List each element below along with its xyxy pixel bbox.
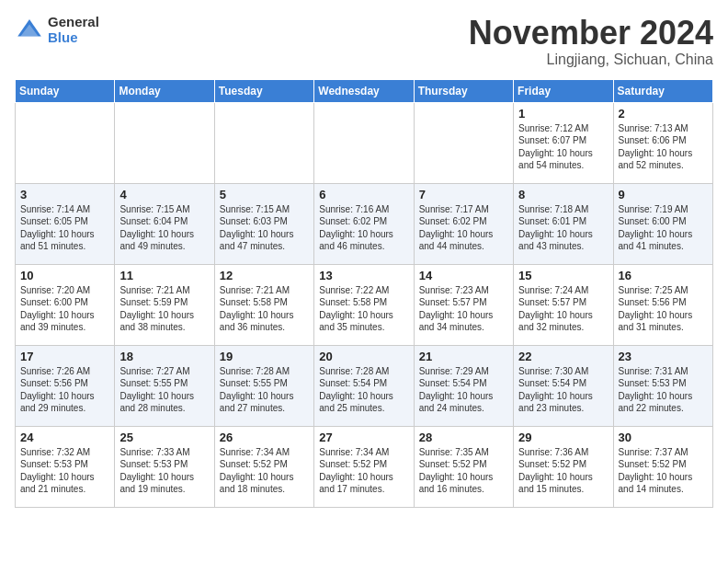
calendar-cell: 10Sunrise: 7:20 AM Sunset: 6:00 PM Dayli… (16, 264, 115, 345)
week-row-4: 17Sunrise: 7:26 AM Sunset: 5:56 PM Dayli… (16, 345, 713, 426)
calendar-cell: 2Sunrise: 7:13 AM Sunset: 6:06 PM Daylig… (613, 102, 712, 183)
calendar-cell (214, 102, 313, 183)
calendar-cell: 30Sunrise: 7:37 AM Sunset: 5:52 PM Dayli… (613, 426, 712, 507)
day-info: Sunrise: 7:35 AM Sunset: 5:52 PM Dayligh… (419, 446, 508, 496)
day-info: Sunrise: 7:21 AM Sunset: 5:59 PM Dayligh… (119, 284, 209, 334)
day-info: Sunrise: 7:23 AM Sunset: 5:57 PM Dayligh… (419, 284, 508, 334)
day-info: Sunrise: 7:27 AM Sunset: 5:55 PM Dayligh… (119, 365, 209, 415)
day-info: Sunrise: 7:12 AM Sunset: 6:07 PM Dayligh… (518, 122, 608, 172)
weekday-header-thursday: Thursday (414, 79, 513, 102)
day-number: 28 (419, 431, 508, 444)
day-info: Sunrise: 7:14 AM Sunset: 6:05 PM Dayligh… (20, 203, 109, 253)
calendar-cell: 21Sunrise: 7:29 AM Sunset: 5:54 PM Dayli… (414, 345, 513, 426)
day-number: 15 (518, 269, 608, 282)
day-info: Sunrise: 7:22 AM Sunset: 5:58 PM Dayligh… (319, 284, 408, 334)
week-row-1: 1Sunrise: 7:12 AM Sunset: 6:07 PM Daylig… (16, 102, 713, 183)
calendar-cell (414, 102, 513, 183)
day-info: Sunrise: 7:28 AM Sunset: 5:55 PM Dayligh… (220, 365, 309, 415)
week-row-5: 24Sunrise: 7:32 AM Sunset: 5:53 PM Dayli… (16, 426, 713, 507)
day-number: 19 (220, 350, 309, 363)
weekday-header-sunday: Sunday (16, 79, 115, 102)
day-info: Sunrise: 7:20 AM Sunset: 6:00 PM Dayligh… (20, 284, 109, 334)
day-number: 8 (518, 188, 608, 201)
day-number: 14 (419, 269, 508, 282)
day-info: Sunrise: 7:28 AM Sunset: 5:54 PM Dayligh… (319, 365, 408, 415)
day-number: 26 (220, 431, 309, 444)
calendar-cell: 27Sunrise: 7:34 AM Sunset: 5:52 PM Dayli… (314, 426, 414, 507)
day-number: 17 (20, 350, 109, 363)
title-block: November 2024 Lingjiang, Sichuan, China (469, 15, 713, 68)
day-info: Sunrise: 7:34 AM Sunset: 5:52 PM Dayligh… (319, 446, 408, 496)
calendar-cell: 24Sunrise: 7:32 AM Sunset: 5:53 PM Dayli… (16, 426, 115, 507)
day-number: 22 (518, 350, 608, 363)
calendar-cell: 16Sunrise: 7:25 AM Sunset: 5:56 PM Dayli… (613, 264, 712, 345)
weekday-header-wednesday: Wednesday (314, 79, 414, 102)
day-number: 9 (619, 188, 708, 201)
calendar-cell: 11Sunrise: 7:21 AM Sunset: 5:59 PM Dayli… (115, 264, 214, 345)
day-info: Sunrise: 7:30 AM Sunset: 5:54 PM Dayligh… (518, 365, 608, 415)
day-info: Sunrise: 7:15 AM Sunset: 6:04 PM Dayligh… (119, 203, 209, 253)
day-info: Sunrise: 7:13 AM Sunset: 6:06 PM Dayligh… (619, 122, 708, 172)
day-number: 11 (119, 269, 209, 282)
day-number: 5 (220, 188, 309, 201)
calendar-cell: 15Sunrise: 7:24 AM Sunset: 5:57 PM Dayli… (514, 264, 613, 345)
weekday-header-friday: Friday (514, 79, 613, 102)
calendar-cell: 4Sunrise: 7:15 AM Sunset: 6:04 PM Daylig… (115, 183, 214, 264)
calendar-cell: 1Sunrise: 7:12 AM Sunset: 6:07 PM Daylig… (514, 102, 613, 183)
calendar-cell: 5Sunrise: 7:15 AM Sunset: 6:03 PM Daylig… (214, 183, 313, 264)
calendar-cell: 8Sunrise: 7:18 AM Sunset: 6:01 PM Daylig… (514, 183, 613, 264)
day-number: 1 (518, 107, 608, 121)
day-number: 21 (419, 350, 508, 363)
calendar-cell: 19Sunrise: 7:28 AM Sunset: 5:55 PM Dayli… (214, 345, 313, 426)
calendar-cell: 26Sunrise: 7:34 AM Sunset: 5:52 PM Dayli… (214, 426, 313, 507)
day-number: 7 (419, 188, 508, 201)
calendar-cell: 22Sunrise: 7:30 AM Sunset: 5:54 PM Dayli… (514, 345, 613, 426)
day-number: 27 (319, 431, 408, 444)
calendar-cell: 18Sunrise: 7:27 AM Sunset: 5:55 PM Dayli… (115, 345, 214, 426)
page-header: General Blue November 2024 Lingjiang, Si… (15, 15, 713, 68)
day-number: 18 (119, 350, 209, 363)
calendar-cell: 23Sunrise: 7:31 AM Sunset: 5:53 PM Dayli… (613, 345, 712, 426)
day-number: 24 (20, 431, 109, 444)
calendar-cell: 12Sunrise: 7:21 AM Sunset: 5:58 PM Dayli… (214, 264, 313, 345)
day-info: Sunrise: 7:25 AM Sunset: 5:56 PM Dayligh… (619, 284, 708, 334)
day-number: 29 (518, 431, 608, 444)
day-info: Sunrise: 7:37 AM Sunset: 5:52 PM Dayligh… (619, 446, 708, 496)
day-info: Sunrise: 7:32 AM Sunset: 5:53 PM Dayligh… (20, 446, 109, 496)
logo-icon (15, 16, 44, 45)
location: Lingjiang, Sichuan, China (469, 52, 713, 68)
month-title: November 2024 (469, 15, 713, 52)
day-info: Sunrise: 7:17 AM Sunset: 6:02 PM Dayligh… (419, 203, 508, 253)
logo-blue: Blue (48, 30, 99, 46)
day-number: 25 (119, 431, 209, 444)
day-number: 10 (20, 269, 109, 282)
day-number: 6 (319, 188, 408, 201)
day-info: Sunrise: 7:15 AM Sunset: 6:03 PM Dayligh… (220, 203, 309, 253)
day-number: 3 (20, 188, 109, 201)
weekday-header-tuesday: Tuesday (214, 79, 313, 102)
calendar-cell: 17Sunrise: 7:26 AM Sunset: 5:56 PM Dayli… (16, 345, 115, 426)
logo: General Blue (15, 15, 99, 45)
day-number: 16 (619, 269, 708, 282)
day-info: Sunrise: 7:34 AM Sunset: 5:52 PM Dayligh… (220, 446, 309, 496)
calendar-cell (115, 102, 214, 183)
weekday-header-monday: Monday (115, 79, 214, 102)
calendar-cell: 29Sunrise: 7:36 AM Sunset: 5:52 PM Dayli… (514, 426, 613, 507)
day-info: Sunrise: 7:29 AM Sunset: 5:54 PM Dayligh… (419, 365, 508, 415)
day-number: 2 (619, 107, 708, 121)
calendar-table: SundayMondayTuesdayWednesdayThursdayFrid… (15, 79, 713, 508)
calendar-cell: 14Sunrise: 7:23 AM Sunset: 5:57 PM Dayli… (414, 264, 513, 345)
calendar-cell: 20Sunrise: 7:28 AM Sunset: 5:54 PM Dayli… (314, 345, 414, 426)
calendar-cell: 6Sunrise: 7:16 AM Sunset: 6:02 PM Daylig… (314, 183, 414, 264)
day-number: 4 (119, 188, 209, 201)
calendar-cell: 3Sunrise: 7:14 AM Sunset: 6:05 PM Daylig… (16, 183, 115, 264)
logo-text: General Blue (48, 15, 99, 45)
day-number: 13 (319, 269, 408, 282)
calendar-cell: 25Sunrise: 7:33 AM Sunset: 5:53 PM Dayli… (115, 426, 214, 507)
day-info: Sunrise: 7:26 AM Sunset: 5:56 PM Dayligh… (20, 365, 109, 415)
day-number: 20 (319, 350, 408, 363)
calendar-cell: 13Sunrise: 7:22 AM Sunset: 5:58 PM Dayli… (314, 264, 414, 345)
day-info: Sunrise: 7:31 AM Sunset: 5:53 PM Dayligh… (619, 365, 708, 415)
calendar-cell: 28Sunrise: 7:35 AM Sunset: 5:52 PM Dayli… (414, 426, 513, 507)
day-info: Sunrise: 7:21 AM Sunset: 5:58 PM Dayligh… (220, 284, 309, 334)
